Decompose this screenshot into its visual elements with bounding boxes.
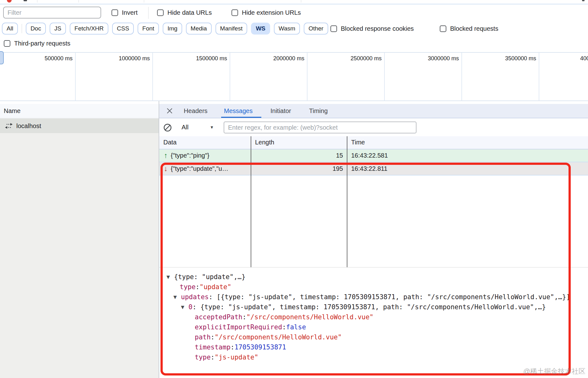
- tree-expander-icon[interactable]: ▼: [181, 302, 184, 312]
- message-data: {"type":"ping"}: [171, 152, 210, 159]
- watermark: @稀土掘金技术社区: [523, 367, 585, 376]
- tree-line: acceptedPath: "/src/components/HelloWorl…: [195, 312, 373, 322]
- chevron-down-icon: ▼: [210, 125, 214, 130]
- tree-segment-str: "update": [199, 283, 231, 291]
- blocked-requests-checkbox[interactable]: [440, 25, 446, 32]
- third-party-requests-label: Third-party requests: [14, 40, 70, 47]
- tree-line: 0: {type: "js-update", timestamp: 170530…: [188, 302, 546, 312]
- tab-initiator[interactable]: Initiator: [270, 104, 291, 118]
- hide-extension-urls-label: Hide extension URLs: [242, 9, 301, 16]
- preview-splitter[interactable]: [159, 267, 588, 267]
- timeline-tick-label: 2500000 ms: [351, 55, 382, 62]
- tab-messages[interactable]: Messages: [224, 104, 253, 118]
- tree-segment-str: "js-update": [215, 354, 258, 361]
- filter-chip-media[interactable]: Media: [186, 23, 212, 35]
- column-divider[interactable]: [251, 136, 251, 267]
- requests-list-panel: Name localhost: [0, 104, 159, 378]
- timeline-tick-label: 4000000 ms: [580, 55, 588, 62]
- tree-line: type: "js-update": [195, 352, 258, 362]
- hide-extension-urls-checkbox[interactable]: [231, 9, 238, 16]
- received-arrow-icon: ↓: [164, 165, 168, 172]
- filter-chip-ws[interactable]: WS: [251, 23, 270, 35]
- filter-chip-js[interactable]: JS: [50, 23, 66, 35]
- timeline-tick-label: 500000 ms: [45, 55, 73, 62]
- message-row-received[interactable]: ↓{"type":"update","u…19516:43:22.811: [159, 162, 588, 176]
- chip-divider: [22, 24, 22, 33]
- filter-divider: [148, 7, 149, 19]
- tree-segment-key: path: [195, 333, 211, 341]
- filter-chip-img[interactable]: Img: [163, 23, 182, 35]
- tree-line: updates: [{type: "js-update", timestamp:…: [181, 292, 570, 302]
- timeline-selection-handle[interactable]: [0, 51, 4, 64]
- message-regex-filter-input[interactable]: [224, 122, 416, 133]
- detail-tab-bar: HeadersMessagesInitiatorTiming: [159, 104, 588, 118]
- blocked-requests-label: Blocked requests: [450, 25, 498, 32]
- timeline-tick-label: 3500000 ms: [505, 55, 536, 62]
- toolbar-divider: [144, 0, 144, 3]
- timeline-gridline: [307, 53, 308, 100]
- tab-timing[interactable]: Timing: [309, 104, 328, 118]
- network-filter-input[interactable]: [3, 7, 101, 19]
- tree-segment-num: 1705309153871: [234, 343, 286, 351]
- network-overview-timeline[interactable]: 500000 ms1000000 ms1500000 ms2000000 ms2…: [0, 52, 588, 101]
- tree-line: explicitImportRequired: false: [195, 322, 306, 332]
- tree-segment-key: explicitImportRequired: [195, 323, 282, 331]
- message-type-filter-select[interactable]: All: [182, 124, 188, 131]
- filter-chip-manifest[interactable]: Manifest: [215, 23, 248, 35]
- tree-segment-key: acceptedPath: [195, 313, 242, 321]
- devtools-network-panel: Invert Hide data URLs Hide extension URL…: [0, 0, 588, 378]
- column-divider[interactable]: [347, 136, 347, 267]
- toolbar-divider: [79, 0, 79, 3]
- tree-line: timestamp: 1705309153871: [195, 342, 286, 352]
- tree-line: path: "/src/components/HelloWorld.vue": [195, 332, 342, 342]
- tab-headers[interactable]: Headers: [184, 104, 208, 118]
- timeline-tick-label: 3000000 ms: [428, 55, 459, 62]
- name-column-header: Name: [0, 104, 159, 118]
- blocked-response-cookies-checkbox[interactable]: [330, 25, 337, 32]
- hide-data-urls-checkbox[interactable]: [157, 9, 164, 16]
- filter-chip-font[interactable]: Font: [138, 23, 159, 35]
- message-length: 195: [251, 165, 347, 172]
- request-row-localhost[interactable]: localhost: [0, 119, 159, 133]
- toolbar-divider: [37, 0, 37, 3]
- clear-messages-icon[interactable]: [163, 123, 172, 132]
- invert-checkbox[interactable]: [112, 9, 118, 16]
- timeline-tick-label: 1500000 ms: [196, 55, 227, 62]
- filter-chip-doc[interactable]: Doc: [26, 23, 46, 35]
- request-name-label: localhost: [16, 122, 41, 130]
- name-column-label: Name: [4, 107, 20, 115]
- timeline-tick-label: 1000000 ms: [119, 55, 150, 62]
- timeline-gridline: [539, 53, 539, 100]
- close-panel-button[interactable]: [166, 104, 173, 118]
- toolbar-icon-sliver: [582, 0, 585, 1]
- filter-chip-other[interactable]: Other: [304, 23, 328, 35]
- tree-expander-icon[interactable]: ▼: [166, 272, 170, 282]
- tree-segment-plain: :: [242, 313, 247, 321]
- timeline-gridline: [75, 53, 76, 100]
- timeline-gridline: [152, 53, 153, 100]
- filter-chip-wasm[interactable]: Wasm: [274, 23, 300, 35]
- resource-type-filter-chips: AllDocJSFetch/XHRCSSFontImgMediaManifest…: [2, 23, 328, 35]
- invert-label: Invert: [122, 9, 138, 16]
- column-header-length: Length: [255, 139, 274, 146]
- tree-line: {type: "update",…}: [174, 272, 246, 282]
- message-row-sent[interactable]: ↑{"type":"ping"}1516:43:22.581: [159, 149, 588, 162]
- tree-expander-icon[interactable]: ▼: [173, 292, 177, 302]
- filter-chip-fetch-xhr[interactable]: Fetch/XHR: [70, 23, 108, 35]
- message-time: 16:43:22.811: [347, 165, 588, 172]
- message-length: 15: [251, 152, 347, 159]
- toolbar-divider: [301, 0, 301, 3]
- timeline-tick-label: 2000000 ms: [273, 55, 304, 62]
- third-party-requests-checkbox[interactable]: [4, 40, 10, 47]
- filter-chip-all[interactable]: All: [2, 23, 18, 35]
- blocked-response-cookies-label: Blocked response cookies: [341, 25, 414, 32]
- tree-segment-plain: :: [196, 283, 200, 291]
- record-icon[interactable]: [7, 0, 12, 3]
- column-header-data: Data: [163, 139, 177, 146]
- tree-segment-plain: : {type: "js-update", timestamp: 1705309…: [193, 303, 546, 311]
- tree-line: type: "update": [180, 282, 231, 292]
- main-toolbar-sliver: [0, 0, 588, 4]
- tree-segment-key: 0: [188, 303, 193, 311]
- filter-chip-css[interactable]: CSS: [112, 23, 134, 35]
- messages-grid-header: Data Length Time: [159, 136, 588, 149]
